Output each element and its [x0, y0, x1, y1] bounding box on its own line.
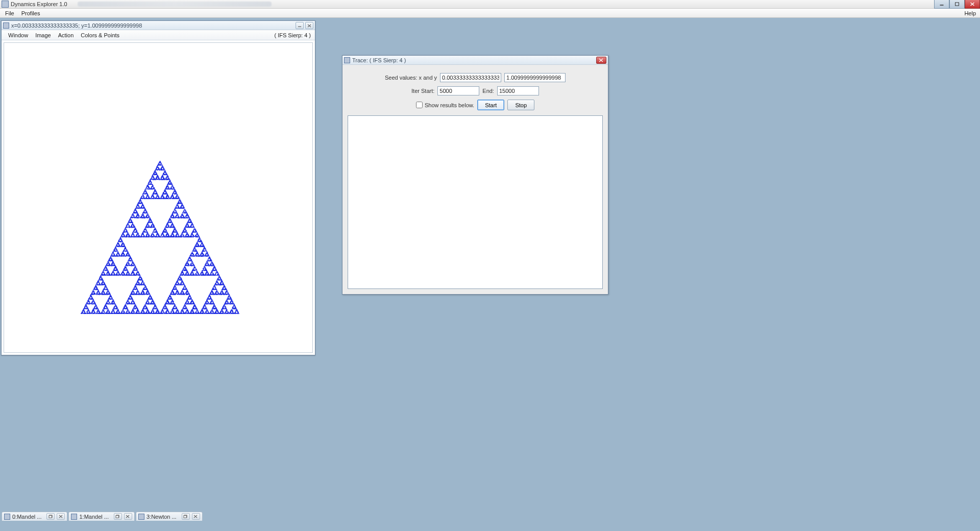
svg-rect-1: [955, 3, 959, 6]
menu-image[interactable]: Image: [32, 32, 55, 39]
task-label: 1:Mandel ...: [79, 514, 111, 520]
fractal-coord-title: x=0.003333333333333335; y=1.009999999999…: [11, 22, 142, 29]
trace-dialog: Trace: ( IFS Sierp: 4 ) Seed values: x a…: [342, 55, 608, 295]
task-close-button[interactable]: [124, 513, 132, 520]
results-area[interactable]: [348, 115, 603, 289]
doc-icon: [138, 514, 144, 520]
close-icon: [193, 515, 198, 518]
minimize-icon: [298, 24, 302, 28]
svg-rect-6: [116, 516, 118, 518]
svg-rect-8: [184, 516, 186, 518]
close-icon: [59, 515, 63, 518]
menu-action[interactable]: Action: [55, 32, 78, 39]
trace-titlebar[interactable]: Trace: ( IFS Sierp: 4 ): [342, 56, 608, 65]
blurred-tabs: [78, 2, 272, 7]
menu-colors-points[interactable]: Colors & Points: [77, 32, 123, 39]
seed-y-input[interactable]: [504, 73, 566, 82]
restore-icon: [115, 515, 120, 518]
iter-start-input[interactable]: [437, 86, 479, 95]
menu-file[interactable]: File: [2, 10, 18, 17]
close-icon: [599, 58, 604, 62]
menu-profiles[interactable]: Profiles: [18, 10, 44, 17]
fractal-right-label: ( IFS Sierp: 4 ): [274, 32, 315, 38]
seed-row: Seed values: x and y: [348, 73, 603, 82]
app-close-button[interactable]: [965, 0, 980, 9]
fractal-window-icon: [3, 22, 9, 29]
stop-button[interactable]: Stop: [507, 100, 534, 110]
task-close-button[interactable]: [192, 513, 200, 520]
trace-title: Trace: ( IFS Sierp: 4 ): [352, 57, 406, 63]
close-icon: [307, 24, 312, 28]
menu-help[interactable]: Help: [961, 10, 980, 17]
svg-rect-4: [49, 516, 52, 518]
trace-window-icon: [344, 57, 350, 63]
app-minimize-button[interactable]: [934, 0, 949, 9]
iter-row: Iter Start: End:: [348, 86, 603, 95]
task-label: 0:Mandel ...: [12, 514, 44, 520]
minimize-icon: [939, 2, 945, 6]
restore-icon: [183, 515, 188, 518]
menu-window[interactable]: Window: [5, 32, 32, 39]
show-results-checkbox[interactable]: [416, 102, 423, 108]
start-button[interactable]: Start: [477, 100, 504, 110]
app-maximize-button[interactable]: [949, 0, 965, 9]
fractal-window: x=0.003333333333333335; y=1.009999999999…: [1, 20, 315, 355]
task-item[interactable]: 3:Newton ...: [136, 512, 203, 521]
close-icon: [126, 515, 130, 518]
seed-label: Seed values: x and y: [385, 75, 437, 81]
task-close-button[interactable]: [57, 513, 65, 520]
mdi-client: x=0.003333333333333335; y=1.009999999999…: [0, 18, 980, 521]
fractal-canvas[interactable]: [4, 43, 312, 352]
window-controls: [934, 0, 980, 9]
fractal-titlebar[interactable]: x=0.003333333333333335; y=1.009999999999…: [2, 21, 315, 30]
app-title: Dynamics Explorer 1.0: [11, 1, 67, 7]
task-restore-button[interactable]: [182, 513, 190, 520]
buttons-row: Show results below. Start Stop: [348, 100, 603, 110]
fractal-canvas-wrap: [4, 42, 313, 353]
task-restore-button[interactable]: [46, 513, 55, 520]
app-menubar: File Profiles Help: [0, 9, 980, 18]
app-icon: [2, 1, 9, 8]
task-item[interactable]: 1:Mandel ...: [68, 512, 134, 521]
iter-start-label: Iter Start:: [411, 88, 434, 94]
fractal-close-button[interactable]: [305, 22, 313, 29]
iter-end-input[interactable]: [497, 86, 539, 95]
restore-icon: [48, 515, 53, 518]
iter-end-label: End:: [482, 88, 494, 94]
doc-icon: [71, 514, 77, 520]
task-item[interactable]: 0:Mandel ...: [2, 512, 67, 521]
show-results-label: Show results below.: [425, 102, 474, 108]
task-restore-button[interactable]: [114, 513, 122, 520]
task-label: 3:Newton ...: [146, 514, 180, 520]
doc-icon: [4, 514, 10, 520]
trace-close-button[interactable]: [596, 57, 606, 64]
seed-x-input[interactable]: [440, 73, 501, 82]
mdi-taskbar: 0:Mandel ... 1:Mandel ... 3:Newton ...: [0, 511, 980, 521]
close-icon: [970, 2, 975, 6]
app-titlebar: Dynamics Explorer 1.0: [0, 0, 980, 9]
maximize-icon: [954, 2, 960, 6]
fractal-minimize-button[interactable]: [296, 22, 304, 29]
fractal-menubar: Window Image Action Colors & Points ( IF…: [2, 30, 315, 40]
